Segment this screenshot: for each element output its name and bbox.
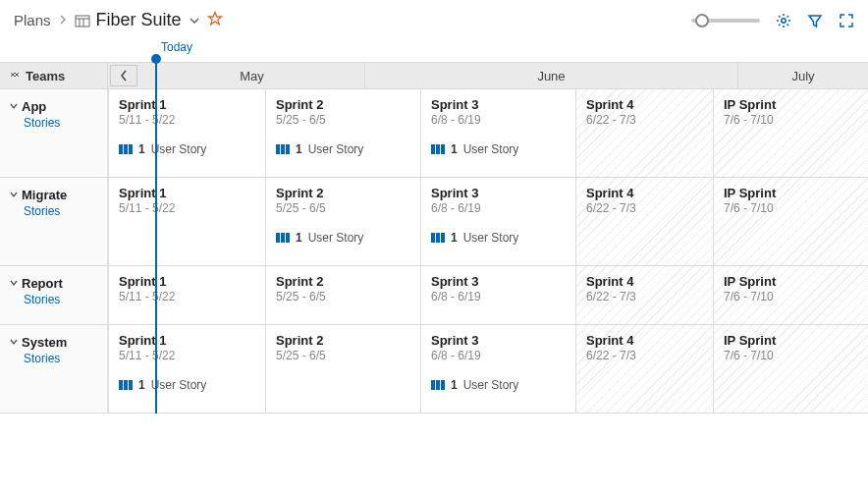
story-summary[interactable]: 1User Story <box>276 142 410 156</box>
story-summary[interactable]: 1User Story <box>119 142 255 156</box>
sprint-card[interactable]: Sprint 46/22 - 7/3 <box>575 266 713 324</box>
sprint-card[interactable]: Sprint 25/25 - 6/5 <box>265 325 420 413</box>
sprint-card[interactable]: Sprint 15/11 - 5/221User Story <box>108 89 265 177</box>
team-sublink[interactable]: Stories <box>24 204 99 218</box>
user-story-icon <box>276 232 290 244</box>
scroll-left-button[interactable] <box>110 65 137 86</box>
team-name[interactable]: System <box>10 335 99 350</box>
sprint-card[interactable]: IP Sprint7/6 - 7/10 <box>713 325 868 413</box>
sprint-card[interactable]: Sprint 46/22 - 7/3 <box>575 178 713 265</box>
team-sublink[interactable]: Stories <box>24 293 99 306</box>
chevron-right-icon <box>57 13 69 28</box>
sprint-card[interactable]: Sprint 25/25 - 6/51User Story <box>265 178 420 265</box>
story-count: 1 <box>138 142 145 156</box>
breadcrumb-plans[interactable]: Plans <box>14 12 51 28</box>
team-sublink[interactable]: Stories <box>24 352 99 365</box>
zoom-thumb[interactable] <box>695 14 709 28</box>
sprint-title: Sprint 1 <box>119 333 255 348</box>
sprint-card[interactable]: Sprint 36/8 - 6/191User Story <box>420 178 575 265</box>
story-label: User Story <box>463 142 519 156</box>
teams-header[interactable]: Teams <box>0 63 108 88</box>
svg-rect-21 <box>124 380 128 390</box>
sprint-card[interactable]: Sprint 25/25 - 6/51User Story <box>265 89 420 177</box>
month-header: June <box>365 63 738 88</box>
sprint-card[interactable]: Sprint 36/8 - 6/191User Story <box>420 89 575 177</box>
team-row: SystemStoriesSprint 15/11 - 5/221User St… <box>0 325 868 413</box>
zoom-slider[interactable] <box>691 19 760 23</box>
story-count: 1 <box>451 142 458 156</box>
gear-icon[interactable] <box>776 13 791 28</box>
svg-rect-16 <box>286 233 290 243</box>
team-row: MigrateStoriesSprint 15/11 - 5/22Sprint … <box>0 178 868 266</box>
favorite-star-icon[interactable] <box>207 11 223 30</box>
sprint-card[interactable]: Sprint 36/8 - 6/19 <box>420 266 575 324</box>
svg-rect-20 <box>119 380 123 390</box>
expand-collapse-icon[interactable] <box>10 70 20 82</box>
svg-rect-19 <box>441 233 445 243</box>
teams-header-label: Teams <box>26 69 65 83</box>
sprint-card[interactable]: Sprint 25/25 - 6/5 <box>265 266 420 324</box>
sprint-card[interactable]: Sprint 36/8 - 6/191User Story <box>420 325 575 413</box>
svg-rect-22 <box>129 380 133 390</box>
sprint-title: IP Sprint <box>724 274 858 289</box>
chevron-down-icon[interactable] <box>10 190 18 200</box>
filter-icon[interactable] <box>807 13 823 28</box>
plan-dropdown[interactable] <box>188 13 201 28</box>
chevron-down-icon[interactable] <box>10 101 18 112</box>
today-marker-row: Today <box>0 38 868 62</box>
sprint-card[interactable]: IP Sprint7/6 - 7/10 <box>713 178 868 265</box>
chevron-down-icon[interactable] <box>10 337 18 348</box>
story-label: User Story <box>308 231 364 245</box>
sprint-title: Sprint 1 <box>119 274 255 289</box>
story-summary[interactable]: 1User Story <box>276 231 410 245</box>
sprint-title: Sprint 4 <box>586 274 703 289</box>
svg-rect-10 <box>286 144 290 154</box>
story-count: 1 <box>138 378 145 392</box>
sprint-dates: 5/11 - 5/22 <box>119 290 255 303</box>
sprint-card[interactable]: Sprint 15/11 - 5/221User Story <box>108 325 265 413</box>
sprint-title: Sprint 4 <box>586 333 703 348</box>
team-side: AppStories <box>0 89 108 177</box>
chevron-down-icon[interactable] <box>10 278 18 289</box>
svg-rect-7 <box>129 144 133 154</box>
plan-icon <box>75 13 90 28</box>
user-story-icon <box>119 379 133 391</box>
sprint-dates: 5/11 - 5/22 <box>119 113 255 127</box>
team-sublink[interactable]: Stories <box>24 116 99 130</box>
sprint-card[interactable]: Sprint 15/11 - 5/22 <box>108 178 265 265</box>
team-name[interactable]: Report <box>10 276 99 291</box>
sprint-dates: 6/8 - 6/19 <box>431 113 566 127</box>
team-name-label: Migrate <box>22 188 67 202</box>
sprint-card[interactable]: Sprint 46/22 - 7/3 <box>575 325 713 413</box>
team-name[interactable]: Migrate <box>10 188 99 202</box>
svg-rect-23 <box>431 380 435 390</box>
sprint-title: Sprint 4 <box>586 186 703 200</box>
sprint-dates: 7/6 - 7/10 <box>724 349 858 362</box>
team-name[interactable]: App <box>10 99 99 114</box>
sprint-card[interactable]: IP Sprint7/6 - 7/10 <box>713 89 868 177</box>
sprint-dates: 6/22 - 7/3 <box>586 290 703 303</box>
story-summary[interactable]: 1User Story <box>431 378 566 392</box>
sprint-title: Sprint 3 <box>431 274 566 289</box>
sprint-track: Sprint 15/11 - 5/22Sprint 25/25 - 6/5Spr… <box>108 266 868 324</box>
story-summary[interactable]: 1User Story <box>431 142 566 156</box>
header-toolbar <box>691 13 854 28</box>
fullscreen-icon[interactable] <box>839 13 854 28</box>
sprint-dates: 5/11 - 5/22 <box>119 349 255 362</box>
sprint-title: IP Sprint <box>724 97 858 112</box>
story-label: User Story <box>151 378 207 392</box>
sprint-card[interactable]: IP Sprint7/6 - 7/10 <box>713 266 868 324</box>
page-header: Plans Fiber Suite <box>0 0 868 38</box>
sprint-dates: 6/8 - 6/19 <box>431 349 566 362</box>
sprint-card[interactable]: Sprint 15/11 - 5/22 <box>108 266 265 324</box>
user-story-icon <box>431 232 445 244</box>
sprint-card[interactable]: Sprint 46/22 - 7/3 <box>575 89 713 177</box>
sprint-title: IP Sprint <box>724 186 858 200</box>
sprint-dates: 6/22 - 7/3 <box>586 349 703 362</box>
story-summary[interactable]: 1User Story <box>119 378 255 392</box>
story-label: User Story <box>463 231 519 245</box>
story-count: 1 <box>296 231 302 245</box>
user-story-icon <box>431 143 445 155</box>
story-summary[interactable]: 1User Story <box>431 231 566 245</box>
sprint-dates: 5/25 - 6/5 <box>276 349 410 362</box>
